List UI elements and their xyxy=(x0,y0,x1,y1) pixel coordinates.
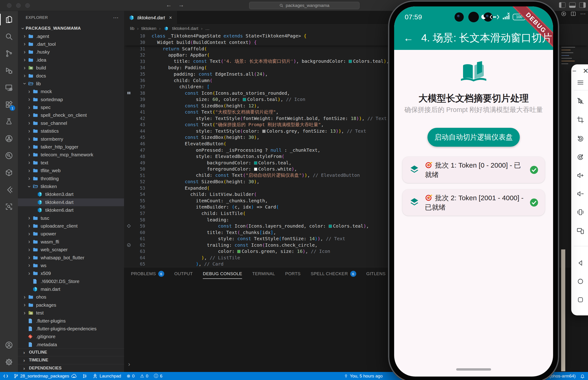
status-rocket[interactable]: Launchpad xyxy=(92,374,121,379)
tree-item[interactable]: .!69002!.DS_Store xyxy=(18,277,124,285)
section-dependencies[interactable]: ›DEPENDENCIES xyxy=(18,364,124,372)
tree-item[interactable]: ›whatsapp_bot_flutter xyxy=(18,254,124,261)
tree-item[interactable]: .metadata xyxy=(18,341,124,348)
breadcrumb-item[interactable]: tiktoken xyxy=(141,26,156,31)
tree-item[interactable]: ›packages xyxy=(18,301,124,309)
emulator-screen-mirror-button[interactable] xyxy=(571,227,588,234)
breadcrumb-item[interactable]: … xyxy=(205,26,210,31)
emulator-nav-recents-button[interactable] xyxy=(571,296,588,304)
section-timeline[interactable]: ›TIMELINE xyxy=(18,356,124,364)
tree-item[interactable]: tiktoken4.dart xyxy=(18,198,124,206)
tree-item[interactable]: .flutter-plugins-dependencies xyxy=(18,325,124,333)
tree-item[interactable]: ›statistics xyxy=(18,127,124,135)
tree-item[interactable]: ›throttling xyxy=(18,174,124,182)
tree-item[interactable]: ›.agent xyxy=(18,32,124,40)
activity-accounts[interactable] xyxy=(0,337,18,354)
toggle-sidebar-icon[interactable] xyxy=(559,2,566,8)
tree-item[interactable]: ›ohos xyxy=(18,293,124,301)
status-compare[interactable] xyxy=(82,374,87,379)
tree-item[interactable]: ›x509 xyxy=(18,269,124,277)
emulator-volume-up-button[interactable] xyxy=(571,171,588,179)
views-more-actions-icon[interactable]: ⋯ xyxy=(113,15,119,21)
toggle-panel-icon[interactable] xyxy=(569,2,576,8)
macos-window-controls[interactable] xyxy=(7,3,30,8)
panel-tab-spell-checker[interactable]: SPELL CHECKER6 xyxy=(311,267,356,280)
status-warn[interactable]: ⚠0 xyxy=(140,373,148,379)
panel-tab-terminal[interactable]: TERMINAL xyxy=(252,267,275,280)
panel-tab-ports[interactable]: PORTS xyxy=(285,267,301,280)
history-back-icon[interactable]: ← xyxy=(166,1,172,8)
activity-containers[interactable] xyxy=(0,164,18,181)
tree-item[interactable]: ›text xyxy=(18,159,124,167)
tree-item[interactable]: ›stormberry xyxy=(18,135,124,143)
tree-item[interactable]: ›test xyxy=(18,309,124,317)
tree-item[interactable]: ›mock xyxy=(18,88,124,95)
emulator-menu-button[interactable] xyxy=(571,79,588,86)
activity-git-graph[interactable] xyxy=(0,130,18,147)
activity-explorer[interactable] xyxy=(0,11,18,28)
tree-item[interactable]: ›tusc xyxy=(18,214,124,222)
history-forward-icon[interactable]: → xyxy=(178,1,184,8)
tree-item[interactable]: ›spell_check_on_client xyxy=(18,111,124,119)
zoom-window-icon[interactable] xyxy=(25,3,30,8)
editor-actions[interactable]: ⋯ xyxy=(561,11,586,17)
activity-remote-explorer[interactable] xyxy=(0,79,18,96)
panel-tab-output[interactable]: OUTPUT xyxy=(174,267,193,280)
activity-search[interactable] xyxy=(0,28,18,45)
start-chunking-button[interactable]: 启动自动切片逻辑仪表盘 xyxy=(428,128,520,147)
tree-item[interactable]: main.dart xyxy=(18,285,124,293)
activity-extensions[interactable]: 1 xyxy=(0,96,18,113)
tree-item[interactable]: ›telecom_mcp_framework xyxy=(18,151,124,159)
emulator-nav-back-button[interactable] xyxy=(571,259,588,267)
tree-item[interactable]: .gitignore xyxy=(18,333,124,341)
tab-tiktoken4[interactable]: tiktoken4.dart × xyxy=(124,11,177,24)
status-remote[interactable] xyxy=(3,374,8,378)
bell-icon[interactable] xyxy=(580,374,585,379)
device-target[interactable]: (ohos-arm64) xyxy=(549,374,576,379)
tree-item[interactable]: ›uploadcare_client xyxy=(18,222,124,230)
tree-item[interactable]: tiktoken3.dart xyxy=(18,190,124,198)
emulator-shake-button[interactable] xyxy=(571,208,588,216)
tree-item[interactable]: ›tiktoken xyxy=(18,183,124,190)
tree-item[interactable]: ›web_scraper xyxy=(18,246,124,254)
breadcrumb-item[interactable]: lib xyxy=(130,26,134,31)
section-outline[interactable]: ›OUTLINE xyxy=(18,348,124,356)
tree-item[interactable]: ›spec xyxy=(18,103,124,111)
close-window-icon[interactable] xyxy=(7,3,12,8)
tab-close-icon[interactable]: × xyxy=(169,15,172,21)
home-indicator[interactable] xyxy=(456,368,491,371)
tree-item[interactable]: ›sse_channel xyxy=(18,119,124,127)
back-arrow-icon[interactable]: ← xyxy=(403,33,413,43)
tree-item[interactable]: ›.husky xyxy=(18,48,124,56)
tree-item[interactable]: tiktoken6.dart xyxy=(18,206,124,214)
tree-item[interactable]: ›docs xyxy=(18,72,124,79)
breadcrumb-item[interactable]: tiktoken4.dart xyxy=(172,26,198,31)
chunk-card[interactable]: 批次 2: Token [2001 - 4000] - 已就绪 xyxy=(402,190,545,216)
status-branch[interactable]: 28_sortedmap_packages xyxy=(14,374,77,379)
tree-item[interactable]: ›tflite_web xyxy=(18,167,124,174)
activity-run-debug[interactable] xyxy=(0,62,18,79)
activity-testing[interactable] xyxy=(0,113,18,130)
activity-gitlens-inspect[interactable] xyxy=(0,147,18,164)
toggle-secondary-sidebar-icon[interactable] xyxy=(579,2,586,8)
emulator-rotate-left-button[interactable] xyxy=(571,135,588,143)
activity-source-control[interactable] xyxy=(0,45,18,62)
panel-tab-debug-console[interactable]: DEBUG CONSOLE xyxy=(203,267,242,280)
emulator-volume-down-button[interactable] xyxy=(571,190,588,198)
more-actions-icon[interactable]: ⋯ xyxy=(580,11,586,17)
activity-search-editor[interactable] xyxy=(0,198,18,215)
panel-tab-gitlens[interactable]: GITLENS xyxy=(366,267,386,280)
tree-item[interactable]: ›sortedmap xyxy=(18,96,124,103)
activity-flutter[interactable] xyxy=(0,181,18,198)
tree-item[interactable]: ›PACKAGES_WANGMAMA xyxy=(18,24,124,32)
command-center-search[interactable]: packages_wangmama xyxy=(249,2,359,9)
tree-item[interactable]: ›talker_http_logger xyxy=(18,143,124,151)
split-editor-icon[interactable] xyxy=(570,11,576,17)
blame-text[interactable]: You, 5 hours ago xyxy=(350,374,383,379)
emulator-nav-home-button[interactable] xyxy=(571,278,588,285)
emulator-close-button[interactable]: ✕ xyxy=(583,68,588,75)
tree-item[interactable]: ›wasm_ffi xyxy=(18,238,124,246)
layout-controls[interactable] xyxy=(559,2,586,8)
tree-item[interactable]: .flutter-plugins xyxy=(18,317,124,324)
tree-item[interactable]: ›.dart_tool xyxy=(18,40,124,48)
